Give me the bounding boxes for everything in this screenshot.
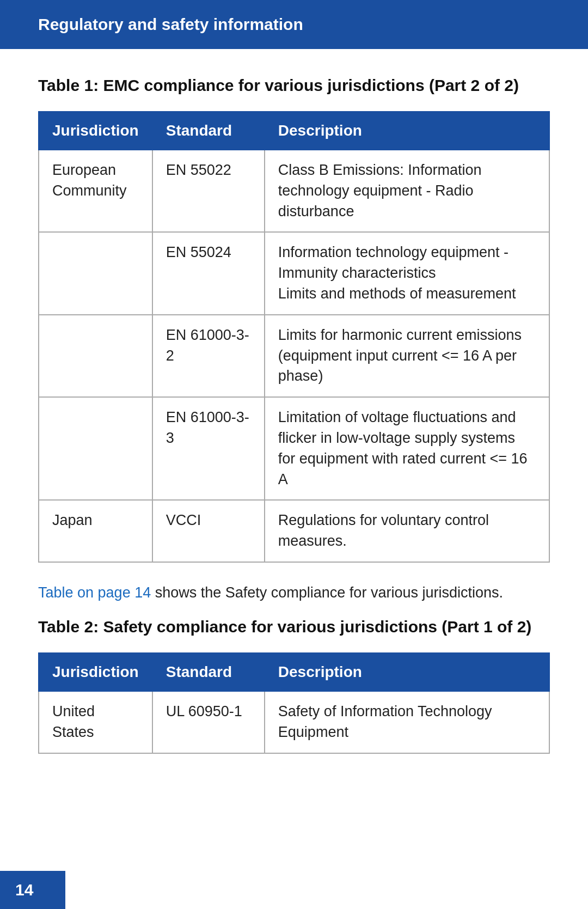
table2-title: Table 2: Safety compliance for various j… <box>38 618 550 636</box>
table1-cell-description: Limits for harmonic current emissions (e… <box>265 315 549 397</box>
table1-cell-standard: EN 55024 <box>152 232 265 314</box>
table1-cell-jurisdiction: European Community <box>39 150 152 232</box>
table-row: European CommunityEN 55022Class B Emissi… <box>39 150 549 232</box>
table1-cell-description: Regulations for voluntary control measur… <box>265 500 549 562</box>
header-bar: Regulatory and safety information <box>0 0 588 49</box>
table-row: EN 61000-3-2Limits for harmonic current … <box>39 315 549 397</box>
table1-col-standard: Standard <box>152 112 265 150</box>
table2: Jurisdiction Standard Description United… <box>38 652 550 754</box>
table1-cell-description: Limitation of voltage fluctuations and f… <box>265 397 549 500</box>
table1-cell-jurisdiction: Japan <box>39 500 152 562</box>
table1-cell-jurisdiction <box>39 315 152 397</box>
table2-header-row: Jurisdiction Standard Description <box>39 653 549 691</box>
table1-col-jurisdiction: Jurisdiction <box>39 112 152 150</box>
table2-col-description: Description <box>265 653 549 691</box>
table2-col-standard: Standard <box>152 653 265 691</box>
table2-cell-jurisdiction: United States <box>39 691 152 753</box>
table1-cell-description: Class B Emissions: Information technolog… <box>265 150 549 232</box>
ref-rest-text: shows the Safety compliance for various … <box>151 584 503 601</box>
table2-cell-description: Safety of Information Technology Equipme… <box>265 691 549 753</box>
table-row: EN 61000-3-3Limitation of voltage fluctu… <box>39 397 549 500</box>
table1-cell-jurisdiction <box>39 232 152 314</box>
table1-cell-jurisdiction <box>39 397 152 500</box>
table1-cell-standard: EN 55022 <box>152 150 265 232</box>
table2-col-jurisdiction: Jurisdiction <box>39 653 152 691</box>
table1-cell-standard: EN 61000-3-3 <box>152 397 265 500</box>
table1: Jurisdiction Standard Description Europe… <box>38 111 550 563</box>
main-content: Table 1: EMC compliance for various juri… <box>0 49 588 819</box>
ref-link[interactable]: Table on page 14 <box>38 584 151 601</box>
page-number-box: 14 <box>0 871 65 909</box>
table-row: United StatesUL 60950-1Safety of Informa… <box>39 691 549 753</box>
table1-title: Table 1: EMC compliance for various juri… <box>38 76 550 95</box>
table1-cell-standard: VCCI <box>152 500 265 562</box>
table1-header-row: Jurisdiction Standard Description <box>39 112 549 150</box>
ref-line: Table on page 14 shows the Safety compli… <box>38 584 550 601</box>
page-number: 14 <box>15 881 33 899</box>
table1-col-description: Description <box>265 112 549 150</box>
table2-cell-standard: UL 60950-1 <box>152 691 265 753</box>
table-row: JapanVCCIRegulations for voluntary contr… <box>39 500 549 562</box>
header-title: Regulatory and safety information <box>38 15 303 33</box>
table1-cell-description: Information technology equipment - Immun… <box>265 232 549 314</box>
table1-cell-standard: EN 61000-3-2 <box>152 315 265 397</box>
table-row: EN 55024Information technology equipment… <box>39 232 549 314</box>
